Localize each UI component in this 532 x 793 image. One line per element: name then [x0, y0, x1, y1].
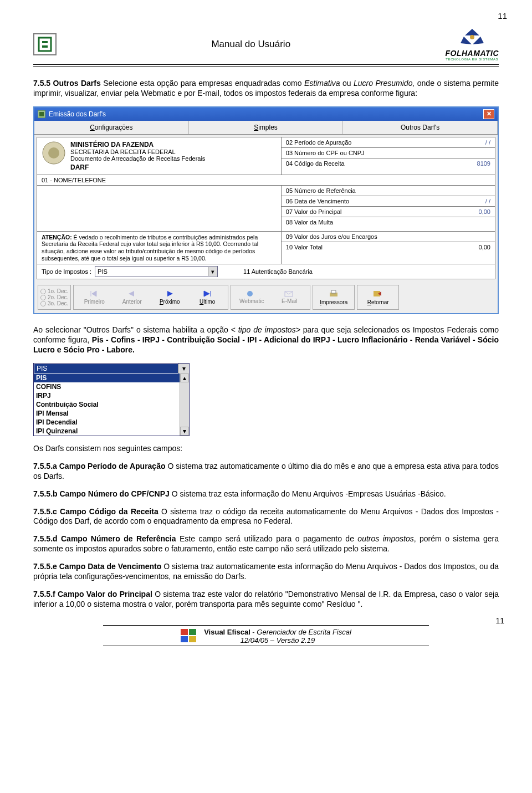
anterior-button[interactable]: Anterior	[114, 288, 150, 306]
tipo-impostos-combo[interactable]: PIS ▾	[95, 266, 218, 277]
dropdown-option[interactable]: COFINS	[34, 382, 180, 391]
scroll-down-icon[interactable]: ▾	[180, 427, 189, 436]
section-intro: 7.5.5 Outros Darfs Selecione esta opção …	[33, 79, 499, 99]
dropdown-option[interactable]: IPI Decendial	[34, 418, 180, 427]
darf-window: Emissão dos Darf's ✕ CConfiguraçõesonfig…	[33, 106, 499, 314]
atencao-text: É vedado o recolhimento de tributos e co…	[42, 234, 258, 262]
close-button[interactable]: ✕	[483, 109, 494, 119]
field-07-label: 07 Valor do Principal	[286, 208, 342, 215]
retornar-button[interactable]: Retornar	[360, 288, 396, 307]
field-03-label: 03 Número do CPF ou CNPJ	[286, 150, 365, 156]
field-06-value[interactable]: / /	[485, 198, 490, 204]
svg-rect-1	[42, 41, 48, 43]
campo-e: 7.5.5.e Campo Data de Vencimento O siste…	[33, 562, 499, 582]
proximo-button[interactable]: Próximo	[151, 288, 188, 306]
ministerio-line2: SECRETARIA DA RECEITA FEDERAL	[70, 149, 205, 155]
tab-configuracoes[interactable]: CConfiguraçõesonfigurações	[34, 121, 189, 134]
campo-b: 7.5.5.b Campo Número do CPF/CNPJ O siste…	[33, 489, 499, 499]
window-title: Emissão dos Darf's	[49, 110, 106, 118]
page-number-bottom: 11	[495, 616, 504, 625]
ministerio-line4: DARF	[70, 163, 205, 171]
tipo-impostos-value: PIS	[95, 268, 208, 275]
field-08-label: 08 Valor da Multa	[286, 219, 333, 226]
field-07-value[interactable]: 0,00	[479, 208, 490, 215]
svg-rect-0	[39, 38, 51, 51]
field-01-label: 01 - NOME/TELEFONE	[37, 175, 495, 185]
window-icon	[38, 110, 45, 118]
primeiro-button[interactable]: Primeiro	[76, 288, 112, 306]
field-10-label: 10 Valor Total	[286, 244, 323, 250]
dropdown-selected: PIS	[34, 364, 178, 373]
footer-version: 12/04/05 – Versão 2.19	[204, 636, 351, 644]
ultimo-button[interactable]: Ultimo	[189, 288, 226, 306]
brand-wordmark: FOLHAMATIC	[446, 49, 499, 58]
field-02-label: 02 Período de Apuração	[286, 139, 352, 146]
svg-point-11	[247, 291, 253, 296]
windows-logo-icon	[181, 629, 197, 643]
atencao-label: ATENÇÃO:	[42, 234, 72, 241]
section-number: 7.5.5 Outros Darfs	[33, 79, 101, 88]
dropdown-option[interactable]: IPI Quinzenal	[34, 427, 180, 436]
field-09-label: 09 Valor dos Juros e/ou Encargos	[286, 233, 377, 240]
svg-rect-2	[42, 45, 48, 48]
field-11-label: 11 Autenticação Bancária	[221, 268, 490, 275]
impressora-button[interactable]: Impressora	[315, 288, 352, 307]
field-10-value[interactable]: 0,00	[479, 244, 490, 250]
dropdown-option[interactable]: PIS	[34, 374, 180, 382]
field-02-value[interactable]: / /	[485, 139, 490, 146]
chevron-down-icon[interactable]: ▾	[208, 267, 217, 276]
webmatic-button[interactable]: Webmatic	[233, 289, 270, 306]
svg-point-10	[48, 147, 59, 158]
campo-c: 7.5.5.c Campo Código da Receita O sistem…	[33, 507, 499, 527]
footer-product: Visual Efiscal	[204, 628, 250, 636]
page-number-top: 11	[498, 11, 507, 21]
header-title: Manual do Usuário	[57, 39, 446, 50]
scrollbar[interactable]: ▴ ▾	[180, 374, 189, 436]
tab-simples[interactable]: Simples	[189, 121, 344, 134]
brand-logo-right: FOLHAMATIC TECNOLOGIA EM SISTEMAS	[446, 28, 499, 61]
brasao-icon	[42, 141, 66, 165]
svg-rect-19	[189, 636, 196, 642]
campo-f: 7.5.5.f Campo Valor do Principal O siste…	[33, 590, 499, 610]
svg-marker-5	[473, 37, 484, 44]
svg-marker-3	[465, 29, 479, 35]
svg-rect-16	[181, 629, 188, 635]
email-button[interactable]: E-Mail	[271, 289, 308, 306]
tab-outros-darfs[interactable]: Outros Darf's	[343, 121, 498, 134]
tab-bar: CConfiguraçõesonfigurações Simples Outro…	[34, 121, 498, 135]
globe-icon	[247, 290, 257, 297]
footer: Visual Efiscal - Gerenciador de Escrita …	[33, 625, 499, 646]
printer-icon	[328, 289, 339, 298]
field-06-label: 06 Data de Vencimento	[286, 198, 349, 204]
svg-rect-18	[181, 636, 188, 642]
svg-point-6	[470, 35, 474, 39]
campos-intro: Os Darfs consistem nos seguintes campos:	[33, 444, 499, 454]
scroll-up-icon[interactable]: ▴	[180, 374, 189, 382]
tipo-impostos-label: Tipo de Impostos :	[42, 268, 91, 275]
toolbar: 1o. Dec. 2o. Dec. 3o. Dec. Primeiro Ante…	[34, 282, 498, 313]
campo-d: 7.5.5.d Campo Número de Referência Este …	[33, 534, 499, 554]
ministerio-line1: MINISTÉRIO DA FAZENDA	[70, 141, 205, 149]
svg-rect-14	[331, 290, 336, 293]
chevron-down-icon[interactable]: ▾	[178, 364, 189, 374]
brand-tagline: TECNOLOGIA EM SISTEMAS	[446, 58, 499, 61]
field-04-value[interactable]: 8109	[477, 160, 490, 167]
campo-a: 7.5.5.a Campo Período de Apuração O sist…	[33, 462, 499, 482]
decendio-radios[interactable]: 1o. Dec. 2o. Dec. 3o. Dec.	[40, 288, 68, 306]
dropdown-option[interactable]: IPI Mensal	[34, 409, 180, 418]
footer-subtitle: Gerenciador de Escrita Fiscal	[257, 628, 351, 636]
dropdown-option[interactable]: Contribuição Social	[34, 400, 180, 409]
mail-icon	[284, 290, 294, 297]
dropdown-option[interactable]: IRPJ	[34, 391, 180, 400]
svg-rect-17	[189, 629, 196, 635]
tipo-impostos-dropdown-expanded[interactable]: PIS ▾ PIS COFINS IRPJ Contribuição Socia…	[33, 363, 190, 436]
window-titlebar: Emissão dos Darf's ✕	[34, 108, 498, 121]
ministerio-line3: Documento de Arrecadação de Receitas Fed…	[70, 155, 205, 162]
app-logo-left	[33, 33, 57, 55]
field-04-label: 04 Código da Receita	[286, 160, 345, 167]
after-darf-paragraph: Ao selecionar "Outros Darfs" o sistema h…	[33, 325, 499, 355]
svg-marker-4	[461, 37, 472, 44]
field-05-label: 05 Número de Referência	[286, 187, 356, 194]
return-icon	[372, 289, 383, 298]
svg-rect-8	[39, 112, 44, 116]
